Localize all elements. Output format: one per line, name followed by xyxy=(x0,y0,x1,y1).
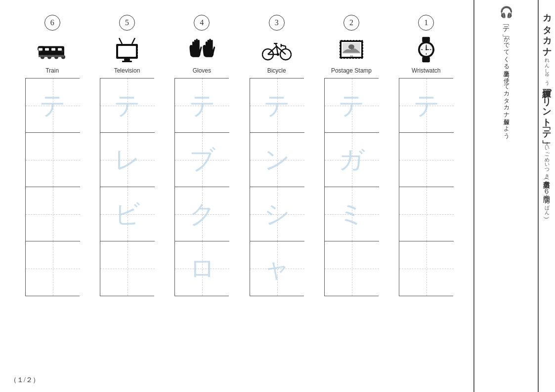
svg-rect-5 xyxy=(45,48,49,50)
grid-cell[interactable]: レ xyxy=(100,133,155,187)
gloves-grid: テ ブ ク ロ xyxy=(174,78,229,296)
svg-point-21 xyxy=(137,50,139,52)
circle-number-6: 6 xyxy=(44,15,60,31)
title-te-bracket: 「テ」 xyxy=(541,124,553,135)
grid-cell[interactable]: テ xyxy=(250,78,304,133)
watch-label: Wristwatch xyxy=(412,67,440,74)
grid-cell[interactable]: ブ xyxy=(175,133,229,187)
train-label: Train xyxy=(45,67,59,74)
svg-marker-8 xyxy=(38,46,39,51)
grid-cell[interactable]: シ xyxy=(250,187,304,241)
svg-point-20 xyxy=(137,47,139,49)
gloves-label: Gloves xyxy=(193,67,211,74)
item-column-1: 1 xyxy=(396,15,456,296)
grid-cell[interactable] xyxy=(26,241,80,296)
grid-cell[interactable]: ャ xyxy=(250,241,304,296)
circle-number-2: 2 xyxy=(343,15,359,31)
ruby-renshuu: れんしゅう xyxy=(543,54,550,82)
svg-rect-18 xyxy=(124,59,130,61)
television-icon xyxy=(110,35,144,64)
headphone-icon: 🎧 xyxy=(500,6,513,19)
svg-point-34 xyxy=(276,53,279,56)
grid-cell[interactable] xyxy=(26,133,80,187)
svg-rect-13 xyxy=(39,55,64,57)
svg-rect-0 xyxy=(39,46,64,56)
sidebar-right: カタカナ れんしゅう 練習 プリント 「テ」 えいごめいつき （英語名付き６問版… xyxy=(539,0,555,392)
bicycle-icon xyxy=(259,35,294,64)
svg-line-25 xyxy=(268,46,277,54)
svg-line-17 xyxy=(132,38,135,44)
grid-cell[interactable] xyxy=(26,187,80,241)
main-content: 6 xyxy=(0,0,473,392)
page: 6 xyxy=(0,0,555,392)
items-row: 6 xyxy=(10,15,469,296)
grid-cell[interactable]: ン xyxy=(250,133,304,187)
ruby-english: えいごめいつき xyxy=(543,138,550,176)
stamp-grid: テ ガ ミ xyxy=(324,78,379,296)
grid-cell[interactable] xyxy=(399,241,454,296)
svg-rect-7 xyxy=(58,48,62,50)
circle-number-1: 1 xyxy=(418,15,434,31)
svg-point-53 xyxy=(426,49,427,50)
svg-line-16 xyxy=(119,38,122,44)
watch-icon xyxy=(409,35,443,64)
ruby-monban: もんばん xyxy=(543,191,550,212)
item-column-4: 4 Gloves テ ブ ク ロ xyxy=(172,15,231,296)
svg-rect-19 xyxy=(122,61,132,62)
title-print: プリント xyxy=(541,82,553,122)
grid-cell[interactable]: テ xyxy=(26,78,80,133)
item-column-5: 5 xyxy=(97,15,157,296)
grid-cell[interactable]: テ xyxy=(325,78,379,133)
gloves-icon xyxy=(184,35,219,64)
grid-cell[interactable] xyxy=(399,187,454,241)
instruction-text: がでてくる単語を使ってカタカナ練習しよう xyxy=(501,32,511,135)
circle-number-4: 4 xyxy=(194,15,210,31)
television-label: Television xyxy=(114,67,140,74)
sidebar-left: 🎧 「テ」 がでてくる単語を使ってカタカナ練習しよう xyxy=(474,0,538,392)
grid-cell[interactable]: ガ xyxy=(325,133,379,187)
grid-cell[interactable] xyxy=(399,133,454,187)
circle-number-3: 3 xyxy=(269,15,285,31)
grid-cell[interactable]: テ xyxy=(399,78,454,133)
grid-cell[interactable]: ミ xyxy=(325,187,379,241)
grid-cell[interactable] xyxy=(100,241,155,296)
title-katakana: カタカナ xyxy=(541,7,552,53)
grid-cell[interactable]: ビ xyxy=(100,187,155,241)
item-column-2: 2 xyxy=(322,15,381,296)
te-quote: 「テ」 xyxy=(502,22,511,30)
grid-cell[interactable]: ク xyxy=(175,187,229,241)
grid-cell[interactable]: テ xyxy=(175,78,229,133)
bicycle-grid: テ ン シ ャ xyxy=(250,78,304,296)
grid-cell[interactable]: テ xyxy=(100,78,155,133)
television-grid: テ レ ビ xyxy=(100,78,154,296)
stamp-label: Postage Stamp xyxy=(331,67,372,74)
svg-rect-54 xyxy=(433,48,435,50)
watch-grid: テ xyxy=(399,78,453,296)
right-sidebar: 🎧 「テ」 がでてくる単語を使ってカタカナ練習しよう カタカナ れんしゅう 練習… xyxy=(473,0,555,392)
svg-point-39 xyxy=(348,44,354,49)
train-grid: テ xyxy=(25,78,80,296)
bicycle-label: Bicycle xyxy=(267,67,286,74)
svg-rect-6 xyxy=(51,48,55,50)
svg-text:10: 10 xyxy=(350,55,353,58)
subtitle: （英語名付き６問版） xyxy=(542,176,551,191)
item-column-3: 3 xyxy=(247,15,306,296)
grid-cell[interactable]: ロ xyxy=(175,241,229,296)
svg-rect-4 xyxy=(39,48,43,50)
grid-cell[interactable] xyxy=(325,241,379,296)
stamp-icon: 10 xyxy=(334,35,369,64)
train-icon xyxy=(35,35,70,64)
item-column-6: 6 xyxy=(23,15,82,296)
svg-point-22 xyxy=(137,53,139,55)
page-number: （１/２） xyxy=(10,376,40,385)
circle-number-5: 5 xyxy=(119,15,135,31)
svg-line-31 xyxy=(281,45,285,46)
svg-rect-15 xyxy=(118,46,136,57)
